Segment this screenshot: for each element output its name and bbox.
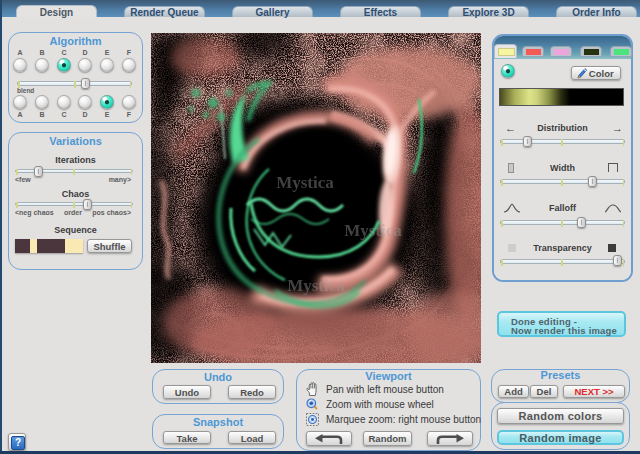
svg-text:Mystica: Mystica bbox=[344, 221, 402, 240]
svg-text:Mystica: Mystica bbox=[287, 276, 345, 295]
svg-text:Mystica: Mystica bbox=[276, 173, 334, 192]
